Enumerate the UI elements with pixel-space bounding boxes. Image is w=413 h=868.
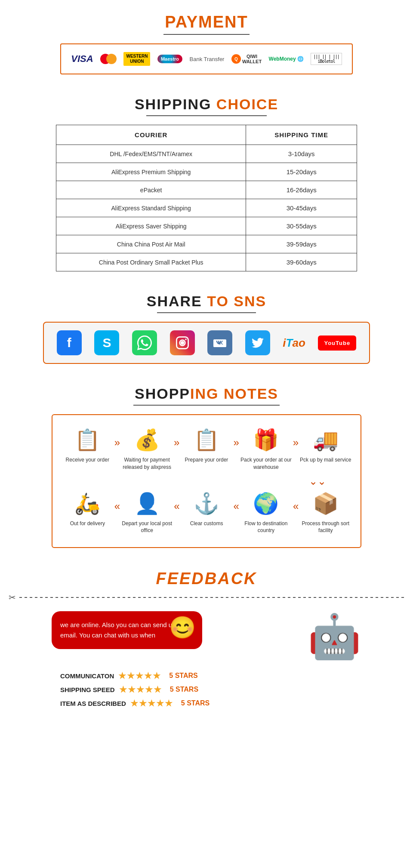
flow-step-destination: 🌍 Flow to destination country — [240, 492, 292, 535]
courier-cell: AliExpress Standard Shipping — [56, 199, 246, 217]
flow-step-depart: 👤 Depart your local post office — [121, 492, 173, 535]
vk-icon[interactable] — [207, 330, 232, 355]
arrow-1: » — [114, 437, 120, 449]
scooter-icon: 🛵 — [74, 492, 100, 516]
rating-label: ITEM AS DESCRIBED — [60, 700, 126, 707]
arrow-8: « — [114, 500, 120, 512]
feedback-ratings: COMMUNICATON★★★★★5 STARSSHIPPING SPEED★★… — [52, 671, 361, 708]
flow-step-prepare: 📋 Prepare your order — [181, 428, 232, 464]
table-row: AliExpress Standard Shipping30-45days — [56, 199, 357, 217]
mastercard-logo — [100, 54, 117, 64]
table-row: China Post Ordinary Small Packet Plus39-… — [56, 253, 357, 271]
anchor-icon: ⚓ — [194, 492, 219, 516]
courier-cell: China China Post Air Mail — [56, 235, 246, 253]
table-row: China China Post Air Mail39-59days — [56, 235, 357, 253]
chat-emoji: 😊 — [169, 610, 196, 645]
arrow-3: » — [233, 437, 239, 449]
chat-text: we are online. Also you can can send us … — [60, 621, 176, 639]
payment-title-underline — [163, 34, 250, 35]
flow-step-delivery: 🛵 Out for delivery — [62, 492, 113, 527]
shipping-section: SHIPPING CHOICE COURIER SHIPPING TIME DH… — [0, 83, 413, 280]
qiwi-icon: Q — [231, 54, 241, 64]
person-icon: 👤 — [134, 492, 160, 516]
rating-stars: ★★★★★ — [119, 684, 162, 695]
qiwi-text: QIWIWALLET — [242, 54, 262, 64]
feedback-mascot: 🤖 — [308, 611, 361, 662]
clipboard-icon: 📋 — [74, 428, 100, 452]
table-row: DHL /Fedex/EMS/TNT/Aramex3-10days — [56, 145, 357, 163]
rating-row: SHIPPING SPEED★★★★★5 STARS — [60, 684, 353, 695]
facebook-icon[interactable]: f — [57, 330, 82, 355]
sns-title-part1: SHARE — [147, 293, 207, 309]
table-row: ePacket16-26days — [56, 181, 357, 199]
rating-label: SHIPPING SPEED — [60, 686, 115, 693]
flow-row-2: 📦 Process through sort facility « 🌍 Flow… — [61, 492, 352, 535]
flow-step-receive-order: 📋 Receive your order — [62, 428, 113, 464]
arrow-5: « — [293, 500, 299, 512]
western-union-logo: WESTERNUNION — [123, 52, 150, 66]
payment-section: PAYMENT VISA WESTERNUNION Maestro Bank T… — [0, 0, 413, 83]
payment-title-part1: PAY — [165, 13, 198, 31]
truck-icon: 🚚 — [313, 428, 339, 452]
shopping-notes-section: SHOPPING NOTES 📋 Receive your order » 💰 … — [0, 372, 413, 557]
sort-label: Process through sort facility — [300, 520, 351, 535]
bank-transfer-logo: Bank Transfer — [190, 56, 225, 62]
table-row: AliExpress Saver Shipping30-55days — [56, 217, 357, 235]
shipping-table: COURIER SHIPPING TIME DHL /Fedex/EMS/TNT… — [56, 125, 357, 271]
iboletol-logo: ||| || | |||iBoletol — [311, 53, 342, 65]
down-arrow: ⌄⌄ — [61, 475, 352, 487]
table-row: AliExpress Premium Shipping15-20days — [56, 163, 357, 181]
delivery-label: Out for delivery — [70, 520, 105, 527]
flow-step-pack: 🎁 Pack your order at our warehouse — [240, 428, 292, 471]
feedback-row: we are online. Also you can can send us … — [52, 611, 361, 662]
flow-step-customs: ⚓ Clear customs — [181, 492, 232, 527]
shipping-title-part2: CHOICE — [216, 96, 278, 112]
mc-circle-orange — [106, 54, 117, 64]
twitter-icon[interactable] — [245, 330, 270, 355]
time-cell: 3-10days — [246, 145, 357, 163]
maestro-logo: Maestro — [157, 55, 182, 63]
customs-label: Clear customs — [190, 520, 223, 527]
instagram-icon[interactable] — [170, 330, 195, 355]
shipping-time-header: SHIPPING TIME — [246, 125, 357, 145]
rating-row: COMMUNICATON★★★★★5 STARS — [60, 671, 353, 681]
time-cell: 30-55days — [246, 217, 357, 235]
arrow-6: « — [234, 500, 239, 512]
time-cell: 30-45days — [246, 199, 357, 217]
courier-cell: AliExpress Premium Shipping — [56, 163, 246, 181]
whatsapp-icon[interactable] — [132, 330, 157, 355]
arrow-2: » — [174, 437, 179, 449]
scissors-divider: ✂ — [9, 592, 404, 603]
time-cell: 15-20days — [246, 163, 357, 181]
rating-label: COMMUNICATON — [60, 672, 114, 680]
sns-section: SHARE TO SNS f S iTao YouTube — [0, 280, 413, 372]
youtube-logo[interactable]: YouTube — [318, 336, 356, 351]
courier-header: COURIER — [56, 125, 246, 145]
pickup-label: Pck up by mail service — [300, 456, 351, 464]
payment-logos-box: VISA WESTERNUNION Maestro Bank Transfer … — [60, 43, 353, 74]
globe-icon: 🌍 — [253, 492, 279, 516]
rating-stars: ★★★★★ — [118, 671, 161, 681]
rating-text: 5 STARS — [170, 686, 198, 693]
shipping-title-underline — [146, 115, 267, 116]
payment-label: Waiting for payment released by alixpres… — [121, 456, 173, 471]
shipping-title: SHIPPING CHOICE — [9, 96, 404, 113]
time-cell: 39-60days — [246, 253, 357, 271]
shopping-notes-box: 📋 Receive your order » 💰 Waiting for pay… — [52, 414, 361, 548]
destination-label: Flow to destination country — [240, 520, 292, 535]
skype-icon[interactable]: S — [94, 330, 119, 355]
rating-row: ITEM AS DESCRIBED★★★★★5 STARS — [60, 698, 353, 708]
arrow-4: » — [293, 437, 299, 449]
flow-step-sort: 📦 Process through sort facility — [300, 492, 351, 535]
courier-cell: China Post Ordinary Small Packet Plus — [56, 253, 246, 271]
notepad-icon: 📋 — [194, 428, 219, 452]
depart-label: Depart your local post office — [121, 520, 173, 535]
qiwi-logo: Q QIWIWALLET — [231, 54, 262, 64]
itao-logo[interactable]: iTao — [283, 336, 305, 350]
rating-text: 5 STARS — [169, 672, 197, 680]
time-cell: 39-59days — [246, 235, 357, 253]
feedback-chat-box: we are online. Also you can can send us … — [52, 611, 202, 649]
sns-title-part2: TO SNS — [207, 293, 266, 309]
shopping-notes-underline — [133, 405, 280, 406]
flow-row-1: 📋 Receive your order » 💰 Waiting for pay… — [61, 428, 352, 471]
